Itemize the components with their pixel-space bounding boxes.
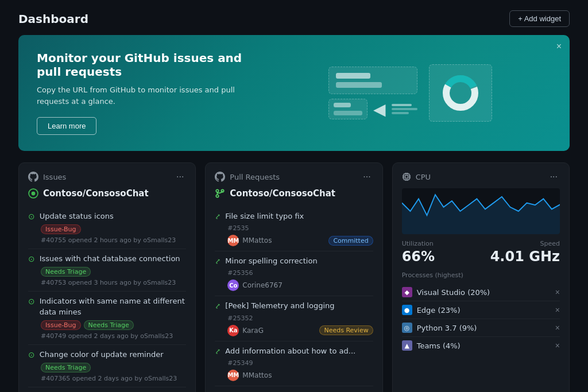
issue-title-row: ⊙ Issues with chat database connection <box>28 254 186 264</box>
github-icon <box>215 172 225 182</box>
svg-point-5 <box>216 189 219 192</box>
pr-title: Minor spelling correction <box>225 256 317 266</box>
cpu-stats: Utilization 66% Speed 4.01 GHz <box>402 240 560 265</box>
pr-number: #25349 <box>227 359 373 367</box>
process-close-button[interactable]: × <box>555 305 560 315</box>
svg-point-6 <box>216 195 219 197</box>
process-left: ▲ Teams (4%) <box>402 340 461 351</box>
pr-title-row: ⤤ Minor spelling correction <box>215 256 373 266</box>
add-widget-button[interactable]: + Add widget <box>509 10 570 27</box>
pr-widget-header: Pull Requests ··· <box>215 171 373 183</box>
tag-issue-bug: Issue-Bug <box>41 320 81 330</box>
issues-widget-title-group: Issues <box>28 172 66 182</box>
process-icon: ◎ <box>402 323 412 333</box>
cpu-widget-title-group: CPU <box>402 172 431 181</box>
issue-title-row: ⊙ Indicators with same name at different… <box>28 296 186 317</box>
cpu-chart <box>402 188 560 234</box>
illus-bar <box>336 73 370 79</box>
illus-bar <box>334 111 362 115</box>
issues-repo-name: Contoso/ConsosoChat <box>43 188 149 199</box>
avatar: MM <box>227 235 239 246</box>
pr-repo-title: Contoso/ConsosoChat <box>215 188 373 199</box>
pr-widget: Pull Requests ··· Contoso/ConsosoChat ⤤ … <box>205 162 382 392</box>
process-left: ◎ Python 3.7 (9%) <box>402 323 477 333</box>
learn-more-button[interactable]: Learn more <box>37 117 96 135</box>
cpu-widget-menu-button[interactable]: ··· <box>548 171 560 183</box>
pr-widget-menu-button[interactable]: ··· <box>361 171 373 183</box>
pr-user-row: Ka KaraG Needs Review <box>227 325 373 336</box>
issue-open-icon: ⊙ <box>28 212 35 221</box>
issue-meta: #40755 opened 2 hours ago by oSmalls23 <box>41 236 186 244</box>
tag-needs-triage: Needs Triage <box>84 320 134 330</box>
page-title: Dashboard <box>18 12 88 26</box>
tag-issue-bug: Issue-Bug <box>41 224 81 234</box>
donut-chart-illus <box>440 73 481 113</box>
pr-number: #25352 <box>227 315 373 322</box>
illus-bar-group-2 <box>328 99 368 119</box>
issue-meta: #40749 opened 2 days ago by oSmalls23 <box>41 332 186 340</box>
issue-item: ⊙ Change color of update reminder Needs … <box>28 345 186 387</box>
illus-donut-container <box>429 64 492 122</box>
pr-username: KaraG <box>242 327 264 335</box>
cpu-widget: CPU ··· Utilization 66% Speed 4.01 GHz <box>392 162 570 392</box>
process-name: Python 3.7 (9%) <box>417 324 477 332</box>
banner-description: Copy the URL from GitHub to monitor issu… <box>37 84 243 107</box>
issue-tags: Issue-BugNeeds Triage <box>41 320 186 330</box>
cpu-chart-fill <box>402 195 560 234</box>
pr-item: ⤤ [Peek] Telemetry and logging #25352 Ka… <box>215 296 373 341</box>
pr-list: ⤤ File size limit typo fix #2535 MM MMat… <box>215 207 373 392</box>
issues-repo-title: Contoso/ConsosoChat <box>28 188 186 199</box>
issue-title: Update status icons <box>40 211 114 222</box>
pr-widget-title-group: Pull Requests <box>215 172 280 182</box>
avatar: MM <box>227 370 239 381</box>
pr-user: MM MMattos <box>227 235 272 246</box>
process-icon: ◆ <box>402 287 412 297</box>
illus-bar <box>334 103 351 107</box>
avatar: Ka <box>227 325 239 336</box>
issue-item: ⊙ Unable to launch the settings panel <box>28 387 186 392</box>
issues-widget-header: Issues ··· <box>28 171 186 183</box>
issue-item: ⊙ Issues with chat database connection N… <box>28 249 186 292</box>
cpu-icon <box>402 172 411 181</box>
banner-close-button[interactable]: × <box>556 42 562 51</box>
illus-lines <box>392 104 417 114</box>
cpu-speed-label: Speed <box>490 240 560 247</box>
processes-title: Processes (highest) <box>402 271 560 279</box>
pr-username: MMattos <box>242 371 272 379</box>
pr-item: ⤤ File size limit typo fix #2535 MM MMat… <box>215 207 373 251</box>
process-close-button[interactable]: × <box>555 288 560 297</box>
pr-repo-icon <box>215 188 225 199</box>
pr-open-icon: ⤤ <box>215 347 220 355</box>
pr-user-row: Co Corine6767 <box>227 280 373 291</box>
issue-tags: Needs Triage <box>41 267 186 277</box>
github-icon <box>28 172 38 182</box>
pr-user: Co Corine6767 <box>227 280 283 291</box>
cpu-utilization-stat: Utilization 66% <box>402 240 435 265</box>
process-left: ● Edge (23%) <box>402 305 461 315</box>
illus-line <box>392 104 412 106</box>
issue-title: Issues with chat database connection <box>40 254 180 264</box>
issue-meta: #407365 opened 2 days ago by oSmalls23 <box>41 375 186 382</box>
pr-number: #25356 <box>227 269 373 277</box>
pr-open-icon: ⤤ <box>215 257 220 265</box>
issues-widget: Issues ··· Contoso/ConsosoChat ⊙ Update … <box>18 162 196 392</box>
process-close-button[interactable]: × <box>555 323 560 332</box>
process-name: Teams (4%) <box>417 341 461 350</box>
issue-item: ⊙ Update status icons Issue-Bug #40755 o… <box>28 207 186 249</box>
issue-open-icon: ⊙ <box>28 350 35 359</box>
pr-item: ⤤ Minor spelling correction #25356 Co Co… <box>215 251 373 296</box>
process-item: ▲ Teams (4%) × <box>402 337 560 354</box>
issue-tags: Issue-Bug <box>41 224 186 234</box>
process-icon: ● <box>402 305 412 315</box>
issues-widget-menu-button[interactable]: ··· <box>174 171 186 183</box>
banner-illustration: ◀ <box>328 59 524 127</box>
process-icon: ▲ <box>402 340 412 351</box>
issue-meta: #40753 opened 3 hours ago by oSmalls23 <box>41 279 186 286</box>
process-close-button[interactable]: × <box>555 341 560 350</box>
process-left: ◆ Visual Studio (20%) <box>402 287 490 297</box>
svg-rect-8 <box>404 174 409 180</box>
issues-list: ⊙ Update status icons Issue-Bug #40755 o… <box>28 207 186 392</box>
arrow-icon: ◀ <box>373 100 386 119</box>
pr-item: ⤤ Lorem ipsum dolor sit amet #25341 oS o… <box>215 386 373 392</box>
badge-committed: Committed <box>328 236 373 246</box>
